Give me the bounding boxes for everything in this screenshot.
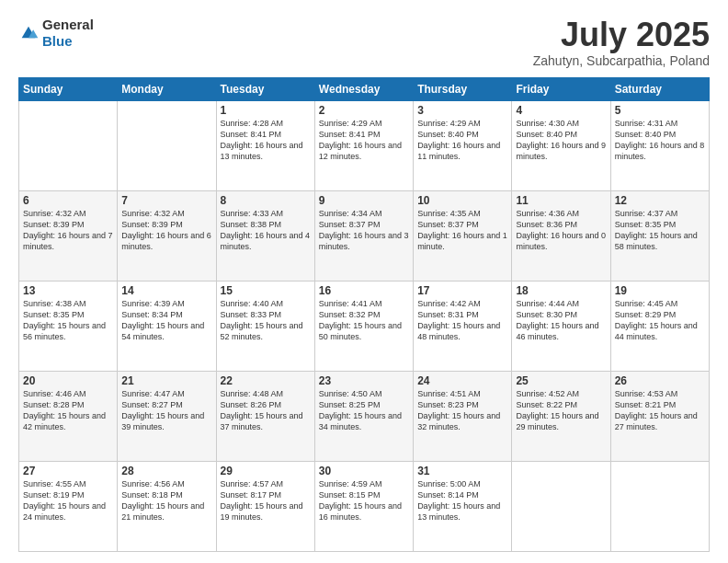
cell-daylight-info: Sunrise: 4:50 AM Sunset: 8:25 PM Dayligh… <box>319 388 409 433</box>
calendar-cell: 26Sunrise: 4:53 AM Sunset: 8:21 PM Dayli… <box>610 371 709 461</box>
calendar-cell: 18Sunrise: 4:44 AM Sunset: 8:30 PM Dayli… <box>512 281 610 371</box>
day-number: 24 <box>417 374 507 387</box>
calendar-cell: 7Sunrise: 4:32 AM Sunset: 8:39 PM Daylig… <box>118 190 216 281</box>
calendar-cell: 12Sunrise: 4:37 AM Sunset: 8:35 PM Dayli… <box>610 190 709 281</box>
page: General Blue July 2025 Zahutyn, Subcarpa… <box>0 0 728 563</box>
cell-daylight-info: Sunrise: 4:37 AM Sunset: 8:35 PM Dayligh… <box>615 208 705 253</box>
calendar-cell <box>118 100 216 190</box>
cell-daylight-info: Sunrise: 4:55 AM Sunset: 8:19 PM Dayligh… <box>23 478 113 523</box>
day-number: 10 <box>417 194 507 207</box>
day-number: 28 <box>121 465 211 477</box>
day-number: 3 <box>417 104 507 117</box>
cell-daylight-info: Sunrise: 4:59 AM Sunset: 8:15 PM Dayligh… <box>319 478 409 523</box>
day-number: 14 <box>121 284 211 297</box>
calendar-week-row: 6Sunrise: 4:32 AM Sunset: 8:39 PM Daylig… <box>19 190 710 281</box>
day-number: 13 <box>23 284 113 297</box>
calendar-cell: 14Sunrise: 4:39 AM Sunset: 8:34 PM Dayli… <box>118 281 216 371</box>
cell-daylight-info: Sunrise: 4:33 AM Sunset: 8:38 PM Dayligh… <box>221 208 311 253</box>
day-number: 30 <box>319 465 409 477</box>
cell-daylight-info: Sunrise: 4:34 AM Sunset: 8:37 PM Dayligh… <box>319 208 409 253</box>
day-number: 5 <box>615 104 705 117</box>
month-title: July 2025 <box>533 17 710 53</box>
logo-blue: Blue <box>42 33 73 49</box>
cell-daylight-info: Sunrise: 4:38 AM Sunset: 8:35 PM Dayligh… <box>23 298 113 343</box>
header: General Blue July 2025 Zahutyn, Subcarpa… <box>18 17 710 68</box>
calendar-cell: 6Sunrise: 4:32 AM Sunset: 8:39 PM Daylig… <box>19 190 118 281</box>
calendar-cell: 30Sunrise: 4:59 AM Sunset: 8:15 PM Dayli… <box>314 461 413 551</box>
cell-daylight-info: Sunrise: 4:47 AM Sunset: 8:27 PM Dayligh… <box>121 388 211 433</box>
day-number: 12 <box>615 194 705 207</box>
cell-daylight-info: Sunrise: 4:41 AM Sunset: 8:32 PM Dayligh… <box>319 298 409 343</box>
title-block: July 2025 Zahutyn, Subcarpathia, Poland <box>533 17 710 68</box>
day-number: 19 <box>615 284 705 297</box>
logo-general: General <box>42 17 94 32</box>
calendar-cell: 16Sunrise: 4:41 AM Sunset: 8:32 PM Dayli… <box>314 281 413 371</box>
day-number: 4 <box>516 104 606 117</box>
day-number: 22 <box>221 374 311 387</box>
cell-daylight-info: Sunrise: 4:32 AM Sunset: 8:39 PM Dayligh… <box>121 208 211 253</box>
day-number: 7 <box>121 194 211 207</box>
weekday-header: Friday <box>512 77 610 100</box>
day-number: 9 <box>319 194 409 207</box>
calendar-cell: 24Sunrise: 4:51 AM Sunset: 8:23 PM Dayli… <box>414 371 512 461</box>
day-number: 23 <box>319 374 409 387</box>
calendar-cell: 11Sunrise: 4:36 AM Sunset: 8:36 PM Dayli… <box>512 190 610 281</box>
calendar-table: SundayMondayTuesdayWednesdayThursdayFrid… <box>18 77 710 552</box>
cell-daylight-info: Sunrise: 4:40 AM Sunset: 8:33 PM Dayligh… <box>221 298 311 343</box>
cell-daylight-info: Sunrise: 4:28 AM Sunset: 8:41 PM Dayligh… <box>221 118 311 163</box>
calendar-cell: 5Sunrise: 4:31 AM Sunset: 8:40 PM Daylig… <box>610 100 709 190</box>
day-number: 11 <box>516 194 606 207</box>
calendar-cell: 23Sunrise: 4:50 AM Sunset: 8:25 PM Dayli… <box>314 371 413 461</box>
weekday-header: Thursday <box>414 77 512 100</box>
day-number: 31 <box>417 465 507 477</box>
calendar-cell: 29Sunrise: 4:57 AM Sunset: 8:17 PM Dayli… <box>216 461 314 551</box>
weekday-header: Wednesday <box>314 77 413 100</box>
weekday-header: Sunday <box>19 77 118 100</box>
calendar-cell: 10Sunrise: 4:35 AM Sunset: 8:37 PM Dayli… <box>414 190 512 281</box>
cell-daylight-info: Sunrise: 4:29 AM Sunset: 8:41 PM Dayligh… <box>319 118 409 163</box>
day-number: 20 <box>23 374 113 387</box>
day-number: 26 <box>615 374 705 387</box>
calendar-cell: 22Sunrise: 4:48 AM Sunset: 8:26 PM Dayli… <box>216 371 314 461</box>
cell-daylight-info: Sunrise: 4:42 AM Sunset: 8:31 PM Dayligh… <box>417 298 507 343</box>
calendar-cell: 31Sunrise: 5:00 AM Sunset: 8:14 PM Dayli… <box>414 461 512 551</box>
day-number: 25 <box>516 374 606 387</box>
weekday-header: Saturday <box>610 77 709 100</box>
calendar-cell: 13Sunrise: 4:38 AM Sunset: 8:35 PM Dayli… <box>19 281 118 371</box>
calendar-cell: 8Sunrise: 4:33 AM Sunset: 8:38 PM Daylig… <box>216 190 314 281</box>
weekday-header-row: SundayMondayTuesdayWednesdayThursdayFrid… <box>19 77 710 100</box>
calendar-cell: 9Sunrise: 4:34 AM Sunset: 8:37 PM Daylig… <box>314 190 413 281</box>
day-number: 29 <box>221 465 311 477</box>
cell-daylight-info: Sunrise: 4:46 AM Sunset: 8:28 PM Dayligh… <box>23 388 113 433</box>
cell-daylight-info: Sunrise: 5:00 AM Sunset: 8:14 PM Dayligh… <box>417 478 507 523</box>
cell-daylight-info: Sunrise: 4:52 AM Sunset: 8:22 PM Dayligh… <box>516 388 606 433</box>
cell-daylight-info: Sunrise: 4:31 AM Sunset: 8:40 PM Dayligh… <box>615 118 705 163</box>
day-number: 17 <box>417 284 507 297</box>
calendar-cell: 28Sunrise: 4:56 AM Sunset: 8:18 PM Dayli… <box>118 461 216 551</box>
cell-daylight-info: Sunrise: 4:51 AM Sunset: 8:23 PM Dayligh… <box>417 388 507 433</box>
calendar-cell: 21Sunrise: 4:47 AM Sunset: 8:27 PM Dayli… <box>118 371 216 461</box>
calendar-cell: 20Sunrise: 4:46 AM Sunset: 8:28 PM Dayli… <box>19 371 118 461</box>
logo: General Blue <box>18 17 94 50</box>
calendar-cell <box>610 461 709 551</box>
day-number: 18 <box>516 284 606 297</box>
calendar-week-row: 13Sunrise: 4:38 AM Sunset: 8:35 PM Dayli… <box>19 281 710 371</box>
day-number: 6 <box>23 194 113 207</box>
cell-daylight-info: Sunrise: 4:56 AM Sunset: 8:18 PM Dayligh… <box>121 478 211 523</box>
cell-daylight-info: Sunrise: 4:39 AM Sunset: 8:34 PM Dayligh… <box>121 298 211 343</box>
day-number: 2 <box>319 104 409 117</box>
cell-daylight-info: Sunrise: 4:29 AM Sunset: 8:40 PM Dayligh… <box>417 118 507 163</box>
cell-daylight-info: Sunrise: 4:32 AM Sunset: 8:39 PM Dayligh… <box>23 208 113 253</box>
calendar-cell: 19Sunrise: 4:45 AM Sunset: 8:29 PM Dayli… <box>610 281 709 371</box>
calendar-cell: 3Sunrise: 4:29 AM Sunset: 8:40 PM Daylig… <box>414 100 512 190</box>
calendar-cell <box>19 100 118 190</box>
cell-daylight-info: Sunrise: 4:45 AM Sunset: 8:29 PM Dayligh… <box>615 298 705 343</box>
logo-text: General Blue <box>42 17 94 50</box>
cell-daylight-info: Sunrise: 4:44 AM Sunset: 8:30 PM Dayligh… <box>516 298 606 343</box>
calendar-cell: 4Sunrise: 4:30 AM Sunset: 8:40 PM Daylig… <box>512 100 610 190</box>
day-number: 21 <box>121 374 211 387</box>
calendar-cell: 25Sunrise: 4:52 AM Sunset: 8:22 PM Dayli… <box>512 371 610 461</box>
calendar-cell <box>512 461 610 551</box>
logo-icon <box>18 23 39 43</box>
calendar-cell: 15Sunrise: 4:40 AM Sunset: 8:33 PM Dayli… <box>216 281 314 371</box>
